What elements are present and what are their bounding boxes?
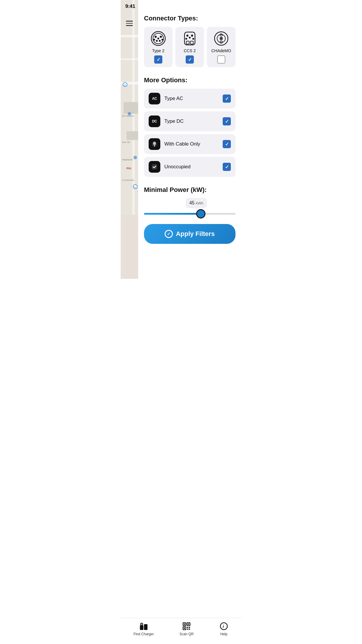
ac-label: Type AC xyxy=(164,96,219,102)
unoccupied-badge xyxy=(149,161,160,173)
svg-text:a Concorde: a Concorde xyxy=(122,179,134,181)
connector-types-title: Connector Types: xyxy=(144,15,236,22)
ccs2-checkbox-checked xyxy=(186,55,194,64)
chademo-label: CHAdeMO xyxy=(211,48,231,53)
connector-ccs2[interactable]: CCS 2 xyxy=(175,27,204,67)
dc-label: Type DC xyxy=(164,118,219,124)
slider-container: 45 kWh xyxy=(144,198,236,215)
more-options-title: More Options: xyxy=(144,76,236,84)
power-section: Minimal Power (kW): 45 kWh xyxy=(144,186,236,215)
svg-point-33 xyxy=(156,40,158,42)
connector-type2[interactable]: Type 2 xyxy=(144,27,173,67)
power-value: 45 xyxy=(189,200,194,205)
plug-icon xyxy=(151,141,158,147)
svg-point-31 xyxy=(153,39,155,41)
svg-text:Bd Haussm: Bd Haussm xyxy=(122,115,134,117)
power-title: Minimal Power (kW): xyxy=(144,186,236,194)
svg-rect-52 xyxy=(152,164,157,169)
cable-checkbox[interactable] xyxy=(223,140,231,148)
power-unit: kWh xyxy=(196,201,203,205)
connector-chademo[interactable]: CHAdeMO xyxy=(207,27,236,67)
slider-thumb[interactable] xyxy=(196,209,205,218)
main-panel: Connector Types: Type 2 xyxy=(138,0,241,279)
apply-check-icon xyxy=(165,230,173,238)
ccs2-checkbox[interactable] xyxy=(186,55,194,64)
svg-point-39 xyxy=(185,38,187,40)
dc-checkbox[interactable] xyxy=(223,117,231,125)
svg-text:Madeleine: Madeleine xyxy=(122,158,133,161)
option-type-ac[interactable]: AC Type AC xyxy=(144,89,236,108)
screen: Bd Haussm Madeleine a Concorde Rue Sa Ri… xyxy=(121,0,241,279)
power-tooltip: 45 kWh xyxy=(186,198,206,208)
svg-rect-1 xyxy=(121,35,138,37)
svg-rect-8 xyxy=(126,131,138,140)
svg-rect-42 xyxy=(186,41,189,44)
svg-point-34 xyxy=(159,40,161,42)
svg-point-29 xyxy=(155,36,157,38)
svg-point-40 xyxy=(189,37,191,38)
svg-point-11 xyxy=(133,156,137,159)
ac-badge: AC xyxy=(149,93,160,104)
dc-badge: DC xyxy=(149,116,160,127)
apply-filters-button[interactable]: Apply Filters xyxy=(144,224,236,244)
ccs2-label: CCS 2 xyxy=(184,48,196,53)
unoccupied-checkbox[interactable] xyxy=(223,163,231,171)
svg-point-32 xyxy=(161,39,163,41)
svg-text:Rue Sa: Rue Sa xyxy=(122,141,130,144)
chademo-checkbox-unchecked xyxy=(217,55,225,64)
status-bar: 9:41 xyxy=(121,0,241,13)
map-background: Bd Haussm Madeleine a Concorde Rue Sa Ri… xyxy=(121,0,138,279)
type2-checkbox[interactable] xyxy=(154,55,162,64)
svg-rect-2 xyxy=(121,58,138,60)
svg-point-37 xyxy=(187,35,189,37)
svg-point-35 xyxy=(157,38,159,39)
type2-icon xyxy=(151,31,166,46)
option-type-dc[interactable]: DC Type DC xyxy=(144,111,236,131)
status-time: 9:41 xyxy=(125,4,135,9)
more-options-section: More Options: AC Type AC DC Type DC xyxy=(144,76,236,177)
svg-point-38 xyxy=(191,35,193,37)
svg-rect-43 xyxy=(190,41,193,44)
ac-checkbox[interactable] xyxy=(223,94,231,103)
chademo-icon xyxy=(214,31,229,46)
map-panel: Bd Haussm Madeleine a Concorde Rue Sa Ri… xyxy=(121,0,138,279)
slider-fill xyxy=(144,213,201,215)
connector-types-list: Type 2 CCS 2 xyxy=(144,27,236,67)
ccs2-icon xyxy=(182,31,197,46)
chademo-checkbox[interactable] xyxy=(217,55,225,64)
slider-track[interactable] xyxy=(144,213,236,215)
svg-text:Ritz: Ritz xyxy=(126,167,131,170)
option-cable-only[interactable]: With Cable Only xyxy=(144,134,236,154)
type2-checkbox-checked xyxy=(154,55,162,64)
cable-label: With Cable Only xyxy=(164,141,219,147)
dc-badge-text: DC xyxy=(152,119,157,123)
option-unoccupied[interactable]: Unoccupied xyxy=(144,157,236,177)
svg-point-30 xyxy=(160,36,162,38)
svg-point-41 xyxy=(192,38,194,40)
type2-label: Type 2 xyxy=(152,48,164,53)
unoccupied-label: Unoccupied xyxy=(164,164,219,170)
cable-badge xyxy=(149,138,160,150)
hamburger-button[interactable] xyxy=(124,18,135,29)
svg-text:M: M xyxy=(134,186,136,188)
unoccupied-icon xyxy=(151,164,158,170)
svg-rect-7 xyxy=(124,102,138,114)
svg-text:M: M xyxy=(124,84,126,86)
ac-badge-text: AC xyxy=(152,97,157,101)
apply-btn-label: Apply Filters xyxy=(176,230,215,238)
